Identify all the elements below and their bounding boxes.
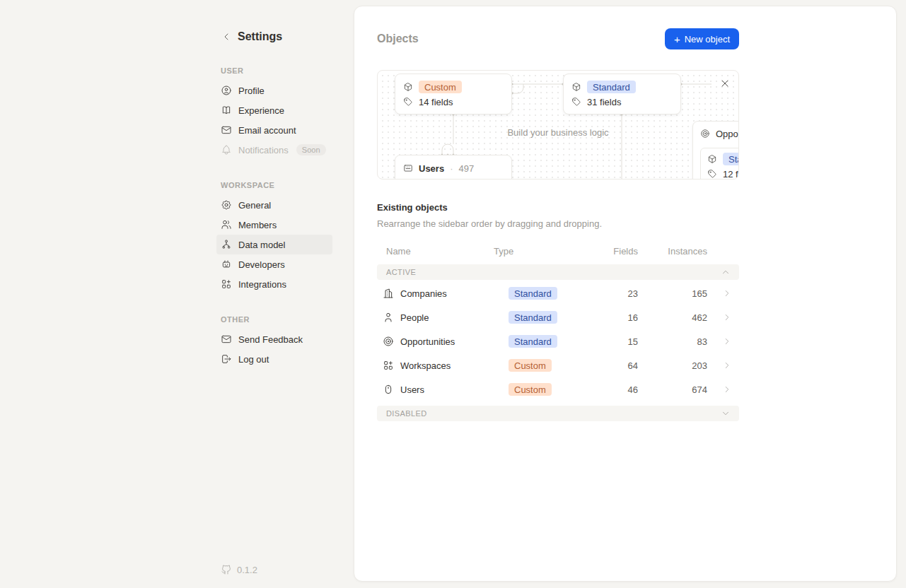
page-title: Objects — [377, 33, 419, 45]
sidebar-item-integrations[interactable]: Integrations — [216, 274, 332, 294]
chevron-right-icon[interactable] — [722, 312, 732, 322]
mail-icon — [221, 124, 232, 136]
sidebar-item-label: General — [238, 200, 271, 211]
fields-count: 64 — [587, 360, 638, 371]
user-circle-icon — [221, 85, 232, 96]
sidebar-section-other: OTHER Send Feedback Log out — [216, 312, 332, 369]
keyboard-icon — [403, 163, 413, 173]
section-label-workspace: WORKSPACE — [216, 178, 332, 192]
instance-count: 497 — [458, 163, 474, 174]
sidebar-item-label: Experience — [238, 105, 284, 116]
sidebar-item-general[interactable]: General — [216, 195, 332, 215]
disabled-section-bar[interactable]: DISABLED — [377, 406, 739, 421]
table-header-row: Name Type Fields Instances — [377, 240, 739, 261]
banner-card-users: Users · 497 — [395, 155, 512, 180]
logout-icon — [221, 353, 232, 365]
chevron-right-icon[interactable] — [722, 336, 732, 346]
sidebar-item-label: Integrations — [238, 279, 286, 290]
fields-count: 15 — [587, 336, 638, 347]
object-name: Companies — [400, 288, 447, 299]
existing-objects-heading: Existing objects — [377, 202, 739, 213]
bell-icon — [221, 144, 232, 155]
fields-count: 12 fields — [723, 169, 739, 180]
close-banner-button[interactable] — [719, 77, 731, 90]
sidebar-item-label: Members — [238, 220, 277, 230]
sidebar-item-developers[interactable]: Developers — [216, 254, 332, 274]
sidebar-item-send-feedback[interactable]: Send Feedback — [216, 329, 332, 349]
users-icon — [221, 219, 232, 230]
sidebar-item-profile[interactable]: Profile — [216, 81, 332, 100]
fields-count: 46 — [587, 384, 638, 395]
tag-icon — [707, 169, 717, 179]
main-panel: Objects + New object — [354, 6, 897, 582]
column-header-instances: Instances — [638, 246, 707, 257]
version-text: 0.1.2 — [237, 565, 257, 575]
existing-objects-subtitle: Rearrange the sidebar order by dragging … — [377, 218, 739, 229]
sidebar-item-notifications[interactable]: Notifications Soon — [216, 140, 332, 160]
mail-icon — [221, 334, 232, 345]
settings-header[interactable]: Settings — [216, 28, 332, 45]
table-row-companies[interactable]: Companies Standard 23 165 — [377, 281, 739, 305]
chevron-right-icon[interactable] — [722, 384, 732, 394]
banner-card-custom: Custom 14 fields — [395, 74, 512, 114]
object-type-badge: Standard — [509, 335, 557, 348]
disabled-section-label: DISABLED — [386, 409, 427, 418]
apps-icon — [383, 360, 394, 371]
objects-table: Name Type Fields Instances ACTIVE Compan… — [377, 240, 739, 421]
sidebar-item-members[interactable]: Members — [216, 215, 332, 235]
cube-icon — [571, 82, 581, 92]
instances-count: 203 — [638, 360, 707, 371]
object-type-badge: Standard — [509, 311, 557, 324]
data-model-banner: Custom 14 fields Standard 31 fields — [377, 70, 739, 180]
object-type-badge: Custom — [509, 383, 552, 396]
book-icon — [221, 105, 232, 116]
settings-sidebar: Settings USER Profile Experience Email a… — [216, 28, 332, 369]
section-label-other: OTHER — [216, 312, 332, 327]
object-name: People — [400, 312, 429, 323]
column-header-fields: Fields — [587, 246, 638, 257]
sidebar-item-email-account[interactable]: Email account — [216, 120, 332, 140]
dot-separator: · — [450, 163, 453, 174]
table-row-opportunities[interactable]: Opportunities Standard 15 83 — [377, 329, 739, 353]
target-icon — [383, 336, 394, 347]
active-section-bar[interactable]: ACTIVE — [377, 264, 739, 280]
chevron-right-icon[interactable] — [722, 360, 732, 370]
new-object-button[interactable]: + New object — [665, 28, 739, 49]
close-icon — [719, 78, 731, 89]
table-row-users[interactable]: Users Custom 46 674 — [377, 377, 739, 401]
chevron-right-icon[interactable] — [722, 288, 732, 298]
sidebar-item-label: Profile — [238, 86, 265, 96]
robot-icon — [221, 259, 232, 270]
object-type-badge: Standard — [587, 81, 636, 93]
chevron-down-icon — [721, 408, 731, 418]
sidebar-item-label: Data model — [238, 240, 285, 250]
object-type-badge: Standard — [723, 153, 739, 165]
column-header-name: Name — [377, 246, 494, 257]
sidebar-item-label: Send Feedback — [238, 334, 303, 345]
section-label-user: USER — [216, 64, 332, 78]
fields-count: 31 fields — [587, 97, 621, 107]
fields-count: 16 — [587, 312, 638, 323]
banner-card-standard: Standard 31 fields — [563, 74, 681, 114]
chevron-left-icon[interactable] — [221, 31, 232, 42]
banner-subcard: Standard 12 fields — [700, 148, 739, 180]
sidebar-item-experience[interactable]: Experience — [216, 100, 332, 120]
object-name: Opportunities — [400, 336, 455, 347]
sidebar-item-log-out[interactable]: Log out — [216, 349, 332, 369]
app-version: 0.1.2 — [216, 564, 262, 575]
table-row-workspaces[interactable]: Workspaces Custom 64 203 — [377, 353, 739, 377]
sidebar-section-user: USER Profile Experience Email account No… — [216, 64, 332, 160]
hierarchy-icon — [221, 239, 232, 250]
cube-icon — [403, 82, 413, 92]
banner-caption: Build your business logic — [378, 127, 738, 138]
new-object-label: New object — [685, 34, 730, 45]
instances-count: 165 — [638, 288, 707, 299]
gear-icon — [221, 199, 232, 211]
table-row-people[interactable]: People Standard 16 462 — [377, 305, 739, 329]
cube-icon — [707, 154, 717, 164]
settings-title: Settings — [238, 30, 282, 43]
object-type-badge: Standard — [509, 287, 557, 300]
object-name: Users — [400, 384, 424, 395]
instances-count: 83 — [638, 336, 707, 347]
sidebar-item-data-model[interactable]: Data model — [216, 235, 332, 254]
